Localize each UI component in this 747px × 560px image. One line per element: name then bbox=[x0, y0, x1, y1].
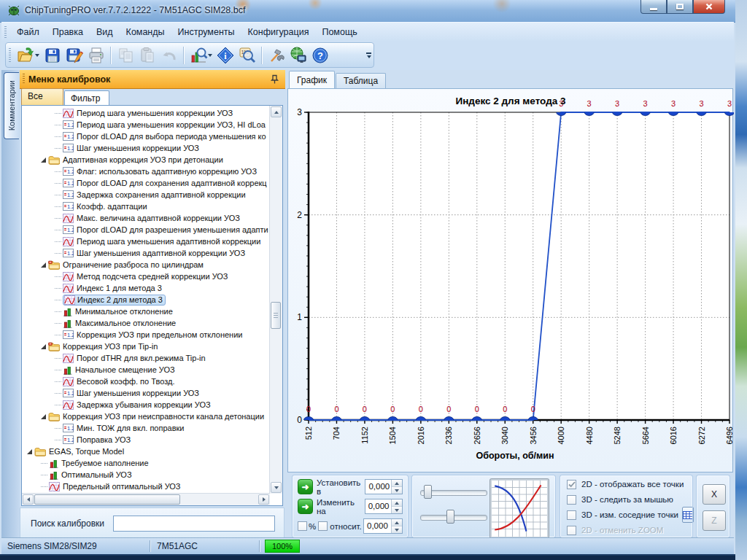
tab-all[interactable]: Все bbox=[21, 88, 63, 105]
chart-search-button[interactable] bbox=[187, 44, 209, 66]
menu-item[interactable]: Конфигурация bbox=[241, 24, 316, 40]
view-option-checkbox[interactable] bbox=[567, 526, 576, 535]
tree-item[interactable]: Максимальное отклонение bbox=[23, 317, 269, 329]
change-value[interactable]: 0,000 bbox=[365, 499, 391, 513]
tree-item[interactable]: 1.2Период шага уменьшения коррекции УОЗ,… bbox=[23, 119, 269, 131]
tree-item[interactable]: Предельный оптимальный УОЗ bbox=[23, 481, 269, 492]
close-button[interactable] bbox=[693, 0, 725, 14]
tree-item[interactable]: Ограничение разброса по цилиндрам bbox=[23, 259, 269, 271]
tree-item[interactable]: 1.2Задержка сохранения адаптивной коррек… bbox=[23, 189, 269, 201]
tree-item[interactable]: 1.2Коррекция УОЗ при предельном отклонен… bbox=[23, 329, 269, 341]
expand-collapse-icon[interactable] bbox=[41, 158, 46, 163]
scroll-left-button[interactable] bbox=[23, 494, 34, 505]
tree-item[interactable]: Требуемое наполнение bbox=[23, 457, 269, 469]
expand-collapse-icon[interactable] bbox=[27, 449, 32, 454]
copy-button[interactable] bbox=[115, 44, 136, 66]
maximize-button[interactable] bbox=[667, 0, 693, 14]
comments-side-tab[interactable]: Комментарии bbox=[4, 72, 19, 139]
scroll-up-button[interactable] bbox=[271, 106, 282, 117]
tree-item[interactable]: Адаптивная коррекция УОЗ при детонации bbox=[23, 154, 269, 166]
tools-button[interactable] bbox=[266, 44, 287, 66]
tree-item-selected[interactable]: Индекс 2 для метода 3 bbox=[23, 294, 269, 306]
dropdown-caret-icon[interactable] bbox=[35, 54, 39, 57]
tree-item[interactable]: Начальное смещение УОЗ bbox=[23, 364, 269, 376]
tree-item[interactable]: 1.2Флаг: использовать адаптивную коррекц… bbox=[23, 166, 269, 177]
paste-button[interactable] bbox=[136, 44, 158, 66]
horizontal-slider-1[interactable] bbox=[420, 485, 487, 499]
menu-item[interactable]: Файл bbox=[10, 24, 46, 40]
grid-select-button[interactable] bbox=[682, 507, 694, 523]
vertical-scroll-thumb[interactable] bbox=[271, 302, 281, 329]
tree-item[interactable]: Период шага уменьшения адаптивной коррек… bbox=[23, 236, 269, 247]
spin-up-button[interactable] bbox=[392, 519, 402, 526]
x-axis-button[interactable]: X bbox=[703, 484, 726, 505]
save-as-button[interactable] bbox=[63, 44, 85, 66]
expand-collapse-icon[interactable] bbox=[41, 262, 46, 268]
slider-thumb[interactable] bbox=[424, 485, 432, 499]
pin-icon[interactable] bbox=[270, 74, 279, 85]
tree-vertical-scrollbar[interactable] bbox=[269, 106, 282, 494]
chart-area[interactable]: 0123512704115215042016233626563040345640… bbox=[287, 88, 733, 472]
slider-thumb[interactable] bbox=[446, 510, 454, 524]
tree-item[interactable]: Метод подсчета средней коррекции УОЗ bbox=[23, 271, 269, 282]
tree-item[interactable]: Порог dTHR для вкл.режима Tip-in bbox=[23, 352, 269, 364]
tree-item[interactable]: EGAS, Torque Model bbox=[23, 446, 269, 457]
spin-up-button[interactable] bbox=[392, 499, 402, 506]
undo-button[interactable] bbox=[158, 44, 180, 66]
spin-down-button[interactable] bbox=[392, 486, 402, 494]
tree-item[interactable]: 1.2Порог dLOAD для сохранения адаптивной… bbox=[23, 177, 269, 189]
menu-item[interactable]: Команды bbox=[120, 24, 171, 40]
set-value[interactable]: 0,000 bbox=[365, 480, 391, 494]
menu-item[interactable]: Вид bbox=[90, 24, 120, 40]
apply-set-button[interactable]: ➜ bbox=[298, 479, 313, 494]
print-button[interactable] bbox=[85, 44, 107, 66]
chart-svg[interactable]: 0123512704115215042016233626563040345640… bbox=[289, 90, 734, 472]
menu-item[interactable]: Правка bbox=[46, 24, 90, 40]
tree-item[interactable]: 1.2Шаг уменьшения коррекции УОЗ bbox=[23, 387, 269, 399]
spin-up-button[interactable] bbox=[392, 480, 402, 486]
expand-collapse-icon[interactable] bbox=[41, 344, 46, 349]
tree-item[interactable]: 1.2Порог dLOAD для выбора периода уменьш… bbox=[23, 131, 269, 142]
save-button[interactable] bbox=[42, 44, 63, 66]
tree-item[interactable]: 1.2Шаг уменьшения коррекции УОЗ bbox=[23, 142, 269, 154]
zoom-110-button[interactable]: 110 bbox=[236, 44, 258, 66]
view-option-checkbox[interactable] bbox=[567, 510, 576, 520]
spin-down-button[interactable] bbox=[392, 506, 402, 513]
view-option-checkbox[interactable] bbox=[567, 480, 576, 489]
tree-item[interactable]: 1.2Мин. ТОЖ для вкл. поправки bbox=[23, 422, 269, 434]
tree-item[interactable]: Индекс 1 для метода 3 bbox=[23, 282, 269, 294]
search-input[interactable] bbox=[113, 516, 275, 532]
tree-item[interactable]: Минимальное отклонение bbox=[23, 306, 269, 317]
internet-button[interactable] bbox=[287, 44, 309, 66]
horizontal-scroll-thumb[interactable] bbox=[34, 494, 180, 505]
z-axis-button[interactable]: Z bbox=[703, 510, 726, 531]
tree-item[interactable]: Коррекция УОЗ при Tip-in bbox=[23, 341, 269, 352]
toolbar-grip[interactable] bbox=[9, 48, 11, 63]
apply-change-button[interactable]: ➜ bbox=[298, 499, 313, 514]
relative-checkbox[interactable] bbox=[318, 521, 328, 531]
dropdown-caret-icon[interactable] bbox=[208, 54, 212, 57]
view-option-checkbox[interactable] bbox=[567, 495, 576, 505]
tree-item[interactable]: 1.2Шаг уменьшения адаптивной коррекции У… bbox=[23, 247, 269, 259]
tree-item[interactable]: Коррекция УОЗ при неисправности канала д… bbox=[23, 411, 269, 422]
menubar-grip[interactable] bbox=[4, 26, 7, 38]
set-value-spinner[interactable]: 0,000 bbox=[365, 479, 403, 494]
tab-filter[interactable]: Фильтр bbox=[64, 90, 109, 105]
change-value-spinner[interactable]: 0,000 bbox=[365, 499, 403, 514]
relative-value-spinner[interactable]: 0,000 bbox=[363, 518, 403, 534]
help-button[interactable]: ? bbox=[309, 44, 331, 66]
tree-item[interactable]: 1.2Порог dLOAD для разрешения уменьшения… bbox=[23, 224, 269, 236]
tree-item[interactable]: Оптимальный УОЗ bbox=[23, 469, 269, 481]
tree-item[interactable]: Период шага уменьшения коррекции УОЗ bbox=[23, 107, 269, 119]
minimize-button[interactable] bbox=[640, 0, 667, 14]
tree-horizontal-scrollbar[interactable] bbox=[22, 493, 270, 505]
tree-item[interactable]: Макс. величина адаптивной коррекции УОЗ bbox=[23, 212, 269, 224]
percent-checkbox[interactable] bbox=[298, 521, 307, 531]
menu-item[interactable]: Инструменты bbox=[171, 24, 241, 40]
tab-table[interactable]: Таблица bbox=[336, 73, 386, 88]
relative-value[interactable]: 0,000 bbox=[364, 519, 391, 533]
info-button[interactable]: i bbox=[214, 44, 236, 66]
open-file-button[interactable] bbox=[15, 44, 36, 66]
title-bar[interactable]: ChipTuningPRO ver.7.7.2.1222 - 7M51AGC S… bbox=[0, 0, 735, 23]
scroll-right-button[interactable] bbox=[258, 494, 269, 505]
